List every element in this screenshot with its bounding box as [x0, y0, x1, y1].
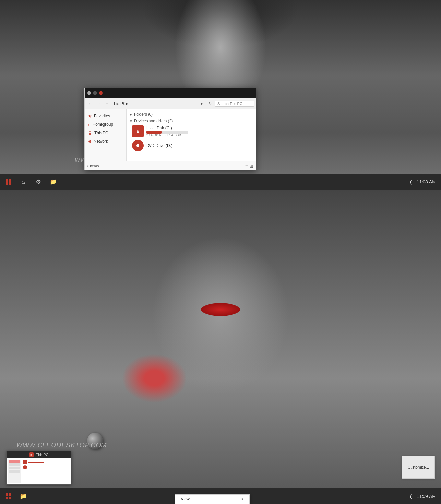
- ts-item-1: [9, 460, 20, 463]
- thumbnail-titlebar: ⊞ This PC: [7, 451, 71, 458]
- home-button-top[interactable]: ⌂: [16, 175, 30, 189]
- customize-label: Customize...: [408, 465, 429, 470]
- start-button-bottom[interactable]: [1, 489, 16, 503]
- nav-up[interactable]: ↑: [103, 100, 111, 107]
- svg-rect-2: [6, 182, 8, 185]
- windows-icon-bottom: [5, 493, 12, 499]
- svg-rect-3: [9, 182, 11, 185]
- dot-1[interactable]: [87, 91, 91, 95]
- fe-content: ► Folders (6) ▼ Devices and drives (2) ⊞…: [127, 109, 256, 161]
- sidebar-item-network[interactable]: ⊕ Network: [85, 137, 126, 146]
- customize-button[interactable]: Customize...: [402, 456, 435, 479]
- file-explorer-titlebar: [85, 88, 256, 98]
- sidebar-item-homegroup[interactable]: ⌂ Homegroup: [85, 120, 126, 129]
- breadcrumb-thispc[interactable]: This PC: [112, 101, 126, 106]
- start-button-top[interactable]: [1, 175, 16, 189]
- local-disk-info: Local Disk (C:) 9.14 GB free of 14.6 GB: [146, 126, 251, 137]
- svg-rect-5: [9, 493, 11, 496]
- sidebar-item-favorites[interactable]: ★ Favorites: [85, 112, 126, 120]
- devices-label: Devices and drives (2): [134, 119, 173, 123]
- svg-rect-0: [6, 179, 8, 182]
- thumbnail-title: This PC: [36, 453, 48, 457]
- taskbar-right-bottom: ❮ 11:09 AM: [409, 494, 441, 499]
- face-lips: [201, 303, 240, 316]
- ts-item-4: [9, 470, 20, 473]
- nav-refresh[interactable]: ↻: [207, 100, 214, 107]
- drive-bar: [146, 131, 162, 134]
- local-disk-row[interactable]: ⊞ Local Disk (C:) 9.14 GB free of 14.6 G…: [129, 124, 253, 138]
- show-desktop-top[interactable]: ❮: [409, 179, 413, 184]
- dot-2[interactable]: [93, 91, 97, 95]
- file-explorer-toolbar: ← → ↑ This PC ▸ ▼ ↻: [85, 98, 256, 109]
- thumb-hdd-bar: [28, 462, 44, 463]
- breadcrumb: This PC ▸: [112, 101, 197, 106]
- svg-rect-4: [6, 493, 8, 496]
- local-disk-name: Local Disk (C:): [146, 126, 251, 130]
- sidebar-item-thispc[interactable]: 🖥 This PC: [85, 129, 126, 137]
- bottom-desktop: www.cleodesktop.com View ► Sort by ► Ref…: [0, 190, 441, 504]
- thumb-drive-1: [22, 460, 70, 465]
- dvd-drive-name: DVD Drive (D:): [146, 143, 251, 148]
- breadcrumb-arrow: ▸: [126, 101, 128, 106]
- sidebar-label-network: Network: [94, 139, 108, 144]
- clock-top: 11:08 AM: [417, 179, 436, 184]
- folders-label: Folders (6): [134, 112, 153, 117]
- thumbnail-content: [7, 458, 71, 484]
- fe-statusbar: 8 items ≡ ⊞: [85, 161, 256, 170]
- drive-bar-container: [146, 131, 188, 134]
- sidebar-label-thispc: This PC: [94, 131, 108, 135]
- window-dots: [87, 91, 103, 95]
- settings-button-top[interactable]: ⚙: [31, 175, 45, 189]
- clock-bottom: 11:09 AM: [417, 494, 436, 499]
- taskbar-top: ⌂ ⚙ 📁 ❮ 11:08 AM: [0, 174, 441, 190]
- top-desktop: www.cleodesktop.com ← → ↑ This PC ▸ ▼ ↻: [0, 0, 441, 190]
- thumbnail-icon: ⊞: [29, 452, 34, 457]
- svg-rect-7: [9, 497, 11, 499]
- files-button-top[interactable]: 📁: [46, 175, 60, 189]
- nav-back[interactable]: ←: [87, 100, 94, 107]
- watermark-bottom: www.cleodesktop.com: [16, 441, 107, 449]
- ctx-view-arrow: ►: [241, 497, 244, 501]
- taskbar-left-bottom: 📁: [0, 489, 30, 503]
- svg-rect-6: [6, 497, 8, 499]
- favorites-icon: ★: [88, 113, 92, 119]
- item-count: 8 items: [87, 164, 99, 168]
- ctx-view[interactable]: View ►: [175, 495, 249, 503]
- thumbnail-main: [22, 460, 70, 483]
- file-explorer-body: ★ Favorites ⌂ Homegroup 🖥 This PC ⊕ Netw…: [85, 109, 256, 161]
- thumb-dvd-icon: [23, 465, 27, 469]
- sidebar-label-homegroup: Homegroup: [92, 122, 113, 127]
- homegroup-icon: ⌂: [88, 122, 90, 127]
- dvd-drive-icon: [132, 140, 144, 151]
- folders-arrow: ►: [129, 113, 133, 116]
- detail-view-icon[interactable]: ⊞: [249, 163, 253, 169]
- taskbar-left-top: ⌂ ⚙ 📁: [0, 175, 60, 189]
- thumbnail-window[interactable]: ⊞ This PC: [6, 451, 71, 485]
- devices-section-header[interactable]: ▼ Devices and drives (2): [129, 118, 253, 124]
- devices-arrow: ▼: [129, 119, 133, 123]
- nav-dropdown[interactable]: ▼: [198, 100, 205, 107]
- taskbar-right-top: ❮ 11:08 AM: [409, 179, 441, 184]
- show-desktop-bottom[interactable]: ❮: [409, 494, 413, 499]
- windows-logo: ⊞: [136, 129, 139, 134]
- thispc-icon: 🖥: [88, 130, 92, 135]
- windows-icon-top: [5, 179, 12, 185]
- file-explorer-window: ← → ↑ This PC ▸ ▼ ↻ ★ Favorites ⌂ Homegr…: [84, 88, 256, 170]
- ts-item-2: [9, 463, 20, 466]
- files-button-bottom[interactable]: 📁: [16, 489, 30, 503]
- nav-forward[interactable]: →: [95, 100, 102, 107]
- list-view-icon[interactable]: ≡: [245, 163, 248, 169]
- sidebar-label-favorites: Favorites: [94, 114, 110, 118]
- thumb-drive-2: [22, 465, 70, 470]
- dvd-drive-info: DVD Drive (D:): [146, 143, 251, 148]
- folders-section-header[interactable]: ► Folders (6): [129, 111, 253, 118]
- ctx-view-label: View: [181, 497, 190, 501]
- view-icons: ≡ ⊞: [245, 163, 253, 169]
- search-input[interactable]: [215, 101, 254, 107]
- svg-rect-1: [9, 179, 11, 182]
- context-menu: View ► Sort by ► Refresh Paste Paste sho…: [175, 494, 250, 504]
- thumb-hdd-icon: [23, 460, 27, 464]
- dvd-drive-row[interactable]: DVD Drive (D:): [129, 138, 253, 153]
- fe-sidebar: ★ Favorites ⌂ Homegroup 🖥 This PC ⊕ Netw…: [85, 109, 127, 161]
- dot-close[interactable]: [99, 91, 103, 95]
